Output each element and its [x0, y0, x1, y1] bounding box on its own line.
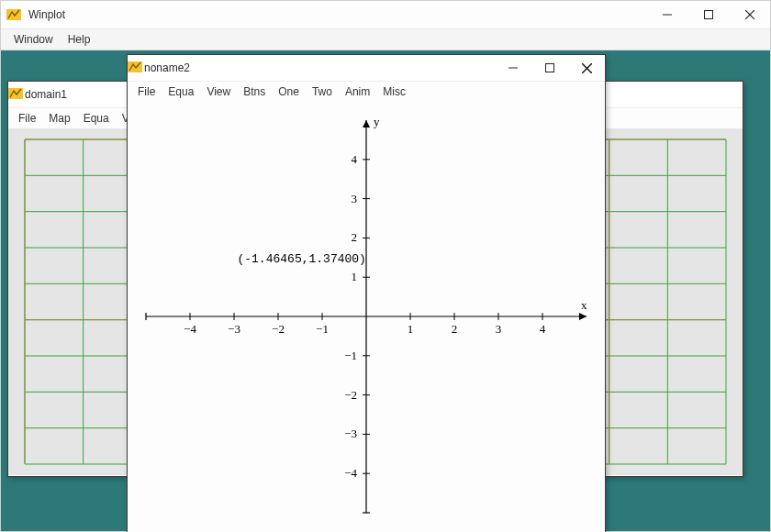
svg-text:y: y — [374, 115, 380, 128]
plot-menu-two[interactable]: Two — [306, 83, 339, 100]
svg-text:−4: −4 — [344, 466, 357, 480]
plot-menu-one[interactable]: One — [272, 83, 306, 100]
main-menubar: Window Help — [1, 29, 770, 50]
svg-rect-37 — [546, 64, 554, 72]
svg-text:4: 4 — [352, 152, 358, 166]
plot-maximize-button[interactable] — [531, 54, 568, 82]
svg-text:−1: −1 — [316, 322, 329, 336]
svg-text:3: 3 — [496, 322, 502, 336]
maximize-icon — [704, 10, 713, 19]
svg-text:−2: −2 — [272, 322, 285, 336]
svg-text:−2: −2 — [344, 388, 357, 402]
maximize-icon — [545, 63, 554, 72]
app-icon — [1, 7, 27, 22]
plot-app-icon — [128, 60, 142, 77]
plot-close-button[interactable] — [568, 54, 605, 82]
close-icon — [745, 10, 754, 19]
svg-text:−4: −4 — [184, 322, 196, 336]
domain-menu-equa[interactable]: Equa — [77, 110, 116, 127]
close-icon — [582, 63, 592, 73]
plot-minimize-button[interactable] — [495, 54, 531, 82]
domain-menu-file[interactable]: File — [12, 110, 42, 127]
svg-text:1: 1 — [408, 322, 414, 336]
plot-menu-btns[interactable]: Btns — [237, 83, 272, 100]
svg-text:−3: −3 — [228, 322, 240, 336]
svg-rect-2 — [704, 11, 712, 19]
svg-text:2: 2 — [352, 230, 358, 244]
svg-text:x: x — [581, 298, 587, 312]
plot-menubar: File Equa View Btns One Two Anim Misc — [128, 82, 605, 102]
main-titlebar[interactable]: Winplot — [1, 1, 770, 29]
main-title: Winplot — [27, 8, 65, 21]
domain-title: domain1 — [23, 88, 67, 101]
plot-menu-file[interactable]: File — [131, 83, 162, 100]
main-minimize-button[interactable] — [646, 1, 687, 28]
svg-text:−3: −3 — [344, 427, 357, 440]
domain-app-icon — [8, 86, 23, 104]
minimize-icon — [508, 63, 518, 72]
plot-title: noname2 — [142, 61, 190, 74]
svg-text:2: 2 — [452, 322, 458, 336]
svg-text:−1: −1 — [344, 349, 357, 362]
plot-area[interactable]: xy−4−3−2−11234−4−3−2−11234(-1.46465,1.37… — [128, 102, 605, 531]
svg-text:4: 4 — [540, 322, 546, 336]
plot-titlebar[interactable]: noname2 — [128, 55, 605, 82]
domain-menu-map[interactable]: Map — [42, 110, 76, 127]
axes-plot: xy−4−3−2−11234−4−3−2−11234(-1.46465,1.37… — [128, 102, 605, 531]
svg-text:1: 1 — [352, 270, 358, 283]
plot-menu-anim[interactable]: Anim — [339, 83, 376, 100]
svg-text:3: 3 — [352, 192, 358, 205]
main-maximize-button[interactable] — [687, 1, 729, 28]
plot-menu-misc[interactable]: Misc — [376, 83, 412, 100]
minimize-icon — [663, 10, 672, 19]
mdi-client-area: domain1 File Map Equa V noname2 — [1, 49, 770, 531]
menu-help[interactable]: Help — [61, 31, 98, 48]
svg-text:(-1.46465,1.37400): (-1.46465,1.37400) — [237, 252, 365, 266]
plot-window[interactable]: noname2 File Equa View Btns One Two Anim… — [127, 54, 606, 532]
plot-menu-equa[interactable]: Equa — [162, 83, 200, 100]
main-close-button[interactable] — [729, 1, 770, 28]
app-window: Winplot Window Help domain1 File Map Equ… — [0, 0, 771, 532]
menu-window[interactable]: Window — [6, 31, 61, 48]
plot-menu-view[interactable]: View — [200, 83, 237, 100]
